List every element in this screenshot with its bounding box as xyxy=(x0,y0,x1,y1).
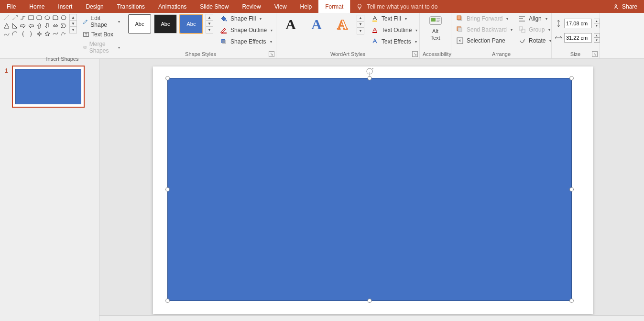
tab-format[interactable]: Format xyxy=(318,0,350,13)
shape-arc-icon[interactable] xyxy=(11,30,19,38)
tab-animations[interactable]: Animations xyxy=(152,0,193,13)
width-input[interactable] xyxy=(564,33,592,43)
shape-effects-label: Shape Effects xyxy=(230,38,266,45)
shape-rectangle-icon[interactable] xyxy=(27,14,35,22)
text-box-button[interactable]: Text Box xyxy=(81,30,122,39)
wordart-style-2[interactable]: A xyxy=(305,14,328,35)
send-backward-button[interactable]: Send Backward▾ xyxy=(454,25,514,34)
height-input[interactable] xyxy=(564,19,592,28)
wordart-style-3[interactable]: A xyxy=(331,14,354,35)
resize-handle-b[interactable] xyxy=(368,299,372,303)
align-button[interactable]: Align▾ xyxy=(516,14,553,23)
text-outline-button[interactable]: Text Outline▾ xyxy=(369,25,419,35)
shape-arrow-up-icon[interactable] xyxy=(35,22,43,30)
svg-rect-15 xyxy=(372,32,377,33)
svg-rect-3 xyxy=(29,16,33,20)
rotate-button[interactable]: Rotate▾ xyxy=(516,36,553,45)
resize-handle-tl[interactable] xyxy=(165,76,170,80)
shape-line-icon[interactable] xyxy=(3,14,11,22)
shape-arrow-leftright-icon[interactable] xyxy=(52,22,59,30)
resize-handle-br[interactable] xyxy=(569,299,574,303)
resize-handle-r[interactable] xyxy=(569,188,574,192)
tab-insert[interactable]: Insert xyxy=(51,0,79,13)
tab-slideshow[interactable]: Slide Show xyxy=(193,0,235,13)
send-backward-icon xyxy=(456,26,464,33)
shape-curve-icon[interactable] xyxy=(3,30,11,38)
shape-snip-rect-icon[interactable] xyxy=(52,14,59,22)
tab-view[interactable]: View xyxy=(268,0,294,13)
resize-handle-l[interactable] xyxy=(165,188,170,192)
tab-file[interactable]: File xyxy=(0,0,22,13)
shape-line-arrow-icon[interactable] xyxy=(11,14,19,22)
shape-connector-icon[interactable] xyxy=(19,14,27,22)
text-effects-button[interactable]: Text Effects▾ xyxy=(369,37,419,46)
shape-star5-icon[interactable] xyxy=(44,30,51,38)
shape-freeform-icon[interactable] xyxy=(52,30,59,38)
shape-chevron-icon[interactable] xyxy=(60,22,67,30)
tab-design[interactable]: Design xyxy=(79,0,110,13)
svg-point-0 xyxy=(615,4,617,6)
shape-brace-left-icon[interactable] xyxy=(19,30,27,38)
tab-transitions[interactable]: Transitions xyxy=(110,0,152,13)
text-outline-label: Text Outline xyxy=(382,27,412,33)
resize-handle-bl[interactable] xyxy=(165,299,170,303)
shape-scribble-icon[interactable] xyxy=(60,30,67,38)
wordart-launcher[interactable]: ↘ xyxy=(412,51,418,57)
shape-style-2[interactable]: Abc xyxy=(154,14,177,33)
wordart-style-1[interactable]: A xyxy=(279,14,302,35)
shape-style-scroll[interactable]: ▲▼▾ xyxy=(206,14,213,33)
shape-brace-right-icon[interactable] xyxy=(27,30,35,38)
slide-thumbnail-pane[interactable]: 1 xyxy=(0,59,99,321)
svg-rect-11 xyxy=(221,33,227,33)
tell-me-search[interactable]: Tell me what you want to do xyxy=(350,0,443,13)
shape-style-3-selected[interactable]: Abc xyxy=(180,14,203,33)
width-spinner[interactable]: ▲▼ xyxy=(594,33,600,43)
slide[interactable] xyxy=(153,66,593,314)
shape-arrow-left-icon[interactable] xyxy=(27,22,35,30)
bring-forward-button[interactable]: Bring Forward▾ xyxy=(454,14,514,23)
text-effects-icon xyxy=(371,38,379,45)
shape-arrow-right-icon[interactable] xyxy=(19,22,27,30)
slide-canvas[interactable] xyxy=(99,59,644,321)
group-size: ▲▼ ▲▼ Size ↘ xyxy=(552,13,600,58)
thumbnail-slide-1[interactable]: 1 xyxy=(5,66,94,108)
shape-arrow-down-icon[interactable] xyxy=(44,22,51,30)
group-label-accessibility: Accessibility xyxy=(423,50,448,58)
horizontal-scrollbar[interactable] xyxy=(99,315,644,321)
share-button[interactable]: Share xyxy=(606,0,644,13)
height-spinner[interactable]: ▲▼ xyxy=(594,19,600,28)
shape-outline-button[interactable]: Shape Outline▾ xyxy=(218,25,274,35)
shape-right-triangle-icon[interactable] xyxy=(11,22,19,30)
shape-style-gallery[interactable]: Abc Abc Abc ▲▼▾ xyxy=(128,14,213,33)
shape-hexagon-icon[interactable] xyxy=(60,14,67,22)
bring-forward-label: Bring Forward xyxy=(467,15,502,22)
shape-style-1[interactable]: Abc xyxy=(128,14,151,33)
alt-text-button[interactable]: Alt Text xyxy=(426,14,445,43)
tab-help[interactable]: Help xyxy=(294,0,319,13)
tab-home[interactable]: Home xyxy=(22,0,51,13)
shape-effects-button[interactable]: Shape Effects▾ xyxy=(218,37,274,46)
svg-rect-23 xyxy=(519,27,523,30)
shape-triangle-icon[interactable] xyxy=(3,22,11,30)
text-fill-button[interactable]: Text Fill▾ xyxy=(369,14,419,23)
selection-pane-button[interactable]: Selection Pane xyxy=(454,36,514,45)
share-label: Share xyxy=(622,3,637,10)
tab-review[interactable]: Review xyxy=(235,0,267,13)
shape-fill-button[interactable]: Shape Fill▾ xyxy=(218,14,274,23)
group-button[interactable]: Group▾ xyxy=(516,25,553,34)
shape-styles-launcher[interactable]: ↘ xyxy=(269,51,274,57)
wordart-scroll[interactable]: ▲▼▾ xyxy=(357,15,364,34)
size-launcher[interactable]: ↘ xyxy=(592,51,598,57)
selected-rectangle-shape[interactable] xyxy=(167,78,572,301)
shape-oval-icon[interactable] xyxy=(44,14,51,22)
slide-1-thumb[interactable] xyxy=(12,66,85,108)
edit-shape-button[interactable]: Edit Shape▾ xyxy=(81,14,122,29)
resize-handle-t[interactable] xyxy=(368,76,372,80)
wordart-gallery[interactable]: A A A ▲▼▾ xyxy=(279,14,364,35)
shapes-gallery[interactable] xyxy=(3,14,67,38)
shape-star4-icon[interactable] xyxy=(35,30,43,38)
resize-handle-tr[interactable] xyxy=(569,76,574,80)
shape-rounded-rect-icon[interactable] xyxy=(35,14,43,22)
shapes-gallery-scroll[interactable]: ▲▼▾ xyxy=(69,14,77,33)
svg-point-5 xyxy=(45,16,50,20)
